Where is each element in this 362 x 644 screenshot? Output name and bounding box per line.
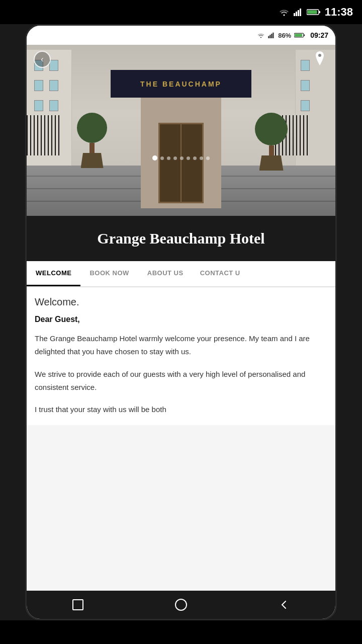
inner-time: 09:27 [310, 31, 328, 39]
battery-percent: 86% [278, 32, 291, 39]
inner-signal-icon [268, 32, 275, 38]
svg-rect-13 [295, 34, 302, 37]
svg-rect-5 [319, 11, 320, 13]
location-pin-icon [314, 51, 326, 65]
hotel-entrance [141, 98, 221, 208]
welcome-paragraph-2: We strive to provide each of our guests … [35, 368, 327, 394]
svg-rect-6 [307, 11, 317, 14]
svg-rect-8 [269, 35, 270, 38]
svg-rect-2 [298, 10, 299, 16]
inner-wifi-icon [257, 32, 265, 38]
dot-6[interactable] [187, 156, 190, 160]
circle-icon [175, 599, 187, 611]
content-area: Welcome. Dear Guest, The Grange Beaucham… [27, 287, 335, 425]
hotel-title-area: Grange Beauchamp Hotel [27, 216, 335, 261]
svg-rect-7 [268, 36, 269, 39]
outer-status-bar: 11:38 [0, 0, 362, 24]
svg-rect-12 [304, 34, 305, 36]
dot-1[interactable] [152, 155, 157, 160]
image-dots [152, 155, 210, 160]
welcome-paragraph-1: The Grange Beauchamp Hotel warmly welcom… [35, 332, 327, 359]
hotel-door [158, 123, 204, 203]
square-icon [72, 599, 83, 610]
dot-5[interactable] [180, 156, 184, 160]
dot-8[interactable] [200, 156, 203, 160]
dot-4[interactable] [173, 156, 177, 160]
back-nav-icon [278, 599, 290, 611]
outer-time: 11:38 [325, 6, 353, 19]
svg-rect-1 [296, 12, 297, 16]
welcome-paragraph-3: I trust that your stay with us will be b… [35, 403, 327, 416]
dot-9[interactable] [206, 156, 210, 160]
inner-battery-icon [294, 32, 305, 38]
svg-rect-10 [273, 33, 274, 38]
hotel-image-area: THE BEAUCHAMP [27, 45, 335, 216]
tab-book-now[interactable]: BOOK NOW [80, 261, 138, 286]
dot-7[interactable] [193, 156, 197, 160]
back-arrow-icon: ‹ [41, 55, 43, 63]
nav-recent-apps[interactable] [63, 594, 93, 616]
wifi-icon [279, 8, 290, 16]
outer-bottom-bar [0, 620, 362, 644]
topiary-left [77, 113, 107, 168]
hotel-name: Grange Beauchamp Hotel [37, 230, 325, 247]
awning: THE BEAUCHAMP [111, 70, 251, 98]
dear-guest: Dear Guest, [35, 315, 327, 324]
back-button[interactable]: ‹ [34, 51, 51, 68]
bottom-nav-bar [27, 591, 335, 619]
dot-2[interactable] [160, 156, 164, 160]
topiary-right [255, 113, 288, 171]
svg-rect-3 [300, 9, 301, 16]
nav-home[interactable] [166, 594, 196, 616]
svg-point-14 [318, 54, 321, 57]
dot-3[interactable] [167, 156, 170, 160]
signal-icon [294, 8, 303, 16]
tab-welcome[interactable]: WELCOME [27, 261, 80, 286]
svg-rect-0 [294, 13, 295, 16]
tabs-bar: WELCOME BOOK NOW ABOUT US CONTACT U [27, 261, 335, 287]
welcome-heading: Welcome. [35, 296, 327, 308]
phone-frame: 86% 09:27 [25, 24, 337, 620]
tab-about-us[interactable]: ABOUT US [138, 261, 193, 286]
svg-rect-9 [271, 34, 272, 38]
awning-text: THE BEAUCHAMP [140, 80, 222, 88]
tab-contact[interactable]: CONTACT U [193, 261, 248, 286]
location-button[interactable] [311, 50, 328, 67]
nav-back[interactable] [269, 594, 299, 616]
battery-icon [307, 9, 321, 16]
inner-status-bar: 86% 09:27 [27, 26, 335, 45]
